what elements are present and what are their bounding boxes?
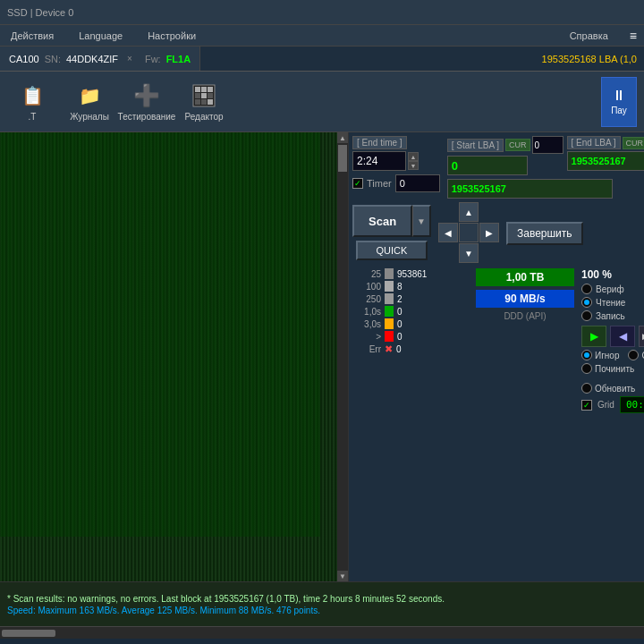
timer-input[interactable]: 0 <box>395 174 440 192</box>
svg-rect-6 <box>208 93 213 98</box>
end-time-label: [ End time ] <box>352 136 407 149</box>
time-spinner[interactable]: ▲ ▼ <box>408 152 419 170</box>
radio-row-verif: Вериф <box>581 284 644 294</box>
timing-count-25: 953861 <box>397 269 433 279</box>
timing-row-err: Err ✖ 0 <box>352 343 469 355</box>
toolbar-btn-journals[interactable]: 📁 Журналы <box>64 77 114 127</box>
timing-bar-250 <box>385 293 394 304</box>
scan-button[interactable]: Scan <box>352 205 412 237</box>
dpad-right[interactable]: ▶ <box>479 223 499 242</box>
play-button[interactable]: ▶ <box>581 326 606 347</box>
timing-count-100: 8 <box>397 282 433 292</box>
svg-rect-3 <box>208 87 213 92</box>
spinner-up[interactable]: ▲ <box>408 152 419 161</box>
step-button[interactable]: ▶?◀ <box>639 326 644 347</box>
timing-row-250: 250 2 <box>352 293 469 304</box>
scroll-up-icon[interactable]: ▲ <box>337 132 348 143</box>
toolbar-btn-pause[interactable]: ⏸ Пау <box>601 77 637 127</box>
toolbar: 📋 .T 📁 Журналы ➕ Тестирование Редактор <box>0 72 644 132</box>
timing-bar-100 <box>385 281 394 292</box>
lba-section: [ Start LBA ] CUR 0 0 [ End LBA ] CUR 19… <box>447 136 644 199</box>
tab-device[interactable]: CA100 SN: 44DDK4ZIF × Fw: FL1A <box>0 47 200 71</box>
tab-lba: 1953525168 LBA (1,0 <box>542 47 644 71</box>
quick-button[interactable]: QUICK <box>356 241 428 260</box>
timing-label-100: 100 <box>352 282 381 292</box>
option-erase: Стереть <box>628 350 644 360</box>
stop-button[interactable]: ◀ <box>610 326 635 347</box>
radio-write[interactable] <box>581 310 592 321</box>
timing-bar-25 <box>385 268 394 279</box>
status-scan-result: * Scan results: no warnings, no errors. … <box>7 594 637 604</box>
dpad-empty-bl <box>438 243 458 263</box>
title-text: SSD | Device 0 <box>7 7 73 18</box>
scan-btn-wrap: Scan ▼ <box>352 205 431 237</box>
dpad-up[interactable]: ▲ <box>459 202 479 222</box>
tab-sn-label: SN: <box>45 54 61 64</box>
spinner-down[interactable]: ▼ <box>408 161 419 170</box>
option-update: Обновить <box>581 383 635 394</box>
bottom-scrollbar[interactable] <box>0 626 644 639</box>
err-icon: ✖ <box>385 343 393 355</box>
radio-read[interactable] <box>581 297 592 308</box>
log-icon: 📋 <box>18 81 47 110</box>
scroll-thumb[interactable] <box>338 145 347 172</box>
main-area: ▲ ▼ [ End time ] 2:24 ▲ ▼ <box>0 132 644 581</box>
time-section: [ End time ] 2:24 ▲ ▼ ✓ Timer 0 <box>352 136 440 192</box>
menu-settings[interactable]: Настройки <box>144 29 199 43</box>
cur-value-1[interactable]: 0 <box>532 136 564 154</box>
timing-label-3s: 3,0s <box>352 319 381 329</box>
stats-section: 25 953861 100 8 250 2 1,0s 0 <box>352 268 640 413</box>
dpad-center <box>459 223 479 242</box>
timing-count-gt: 0 <box>397 332 433 342</box>
end-lba-input2[interactable]: 1953525167 <box>447 179 613 199</box>
end-lba-input[interactable]: 1953525167 <box>567 151 644 171</box>
hamburger-icon[interactable]: ≡ <box>630 29 637 43</box>
svg-rect-2 <box>201 87 207 92</box>
time-value: 2:24 <box>352 151 406 171</box>
tab-prefix: CA100 <box>9 54 39 64</box>
playback-row: ▶ ◀ ▶?◀ ▶|◀ <box>581 326 644 347</box>
option-ignor: Игнор <box>581 350 619 360</box>
scroll-down-icon[interactable]: ▼ <box>337 571 348 581</box>
tab-fw-label: Fw: <box>145 54 161 64</box>
grid-checkbox[interactable]: ✓ <box>581 400 592 411</box>
test-icon: ➕ <box>132 81 161 110</box>
timing-label-25: 25 <box>352 269 381 279</box>
toolbar-label-journals: Журналы <box>70 112 109 122</box>
total-size-box: 1,00 TB <box>476 268 574 286</box>
toolbar-btn-test[interactable]: ➕ Тестирование <box>122 77 172 127</box>
menu-language[interactable]: Language <box>75 29 126 43</box>
radio-row-read: Чтение <box>581 297 644 308</box>
radio-label-read: Чтение <box>596 298 625 308</box>
scroll-thumb-h[interactable] <box>2 630 55 637</box>
timing-label-1s: 1,0s <box>352 307 381 317</box>
options-row-1: Игнор Стереть <box>581 350 644 360</box>
svg-rect-7 <box>195 99 200 105</box>
radio-erase[interactable] <box>628 350 639 360</box>
timing-count-3s: 0 <box>397 319 433 329</box>
zavershit-button[interactable]: Завершить <box>506 222 583 245</box>
timing-row-25: 25 953861 <box>352 268 469 279</box>
radio-verif[interactable] <box>581 284 592 294</box>
toolbar-btn-editor[interactable]: Редактор <box>179 77 229 127</box>
scan-dropdown[interactable]: ▼ <box>412 205 431 237</box>
tab-close-icon[interactable]: × <box>127 54 132 64</box>
svg-rect-8 <box>201 99 207 105</box>
radio-label-write: Запись <box>596 311 625 321</box>
dpad-left[interactable]: ◀ <box>438 223 458 242</box>
radio-ignor[interactable] <box>581 350 592 360</box>
start-lba-input[interactable]: 0 <box>447 156 528 175</box>
svg-rect-5 <box>201 93 207 98</box>
menu-help[interactable]: Справка <box>566 29 612 43</box>
tab-bar: CA100 SN: 44DDK4ZIF × Fw: FL1A 195352516… <box>0 47 644 72</box>
dpad-down[interactable]: ▼ <box>459 243 479 263</box>
scroll-bar-vertical[interactable]: ▲ ▼ <box>337 132 348 581</box>
radio-update[interactable] <box>581 383 592 394</box>
menu-bar: Действия Language Настройки Справка ≡ <box>0 25 644 47</box>
toolbar-label-editor: Редактор <box>184 112 223 122</box>
scan-panel: ▲ ▼ <box>0 132 349 581</box>
radio-fix[interactable] <box>581 363 592 374</box>
timer-checkbox[interactable]: ✓ <box>352 178 363 189</box>
menu-actions[interactable]: Действия <box>7 29 57 43</box>
toolbar-btn-log[interactable]: 📋 .T <box>7 77 57 127</box>
